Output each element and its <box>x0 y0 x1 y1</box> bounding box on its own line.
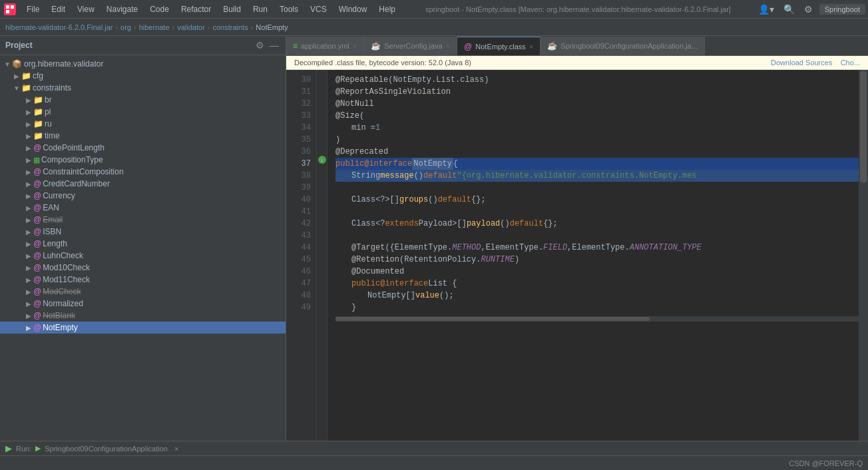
menu-window[interactable]: Window <box>333 3 373 15</box>
cpl-label: CodePointLength <box>43 143 105 152</box>
close-notempty-icon[interactable]: × <box>529 43 533 51</box>
tree-mod10check[interactable]: ▶ @ Mod10Check <box>0 262 286 274</box>
tab-label-notempty: NotEmpty.class <box>475 43 526 51</box>
close-yml-icon[interactable]: × <box>353 42 357 50</box>
tab-serverconfig[interactable]: ☕ ServerConfig.java × <box>364 37 457 55</box>
menu-file[interactable]: File <box>21 3 45 15</box>
tree-length[interactable]: ▶ @ Length <box>0 238 286 250</box>
cpl-arrow: ▶ <box>24 144 33 152</box>
tree-currency[interactable]: ▶ @ Currency <box>0 190 286 202</box>
menu-vcs[interactable]: VCS <box>305 3 332 15</box>
lc-label: LuhnCheck <box>43 251 83 260</box>
cur-arrow: ▶ <box>24 192 33 200</box>
linenum-38: 38 <box>286 170 316 182</box>
java-icon-2: ☕ <box>547 41 557 51</box>
tree-modcheck[interactable]: ▶ @ ModCheck <box>0 286 286 298</box>
tree-mod11check[interactable]: ▶ @ Mod11Check <box>0 274 286 286</box>
run-app-name[interactable]: Springboot09ConfigurationApplication <box>45 445 168 453</box>
tree-normalized[interactable]: ▶ @ Normalized <box>0 298 286 310</box>
run-icon: ▶ <box>5 443 12 453</box>
code-content[interactable]: @Repeatable(NotEmpty.List.class) @Report… <box>327 70 859 441</box>
tree-ru[interactable]: ▶ 📁 ru <box>0 118 286 130</box>
m11-label: Mod11Check <box>43 275 90 284</box>
menu-build[interactable]: Build <box>218 3 246 15</box>
java-icon-1: ☕ <box>371 41 381 51</box>
tab-application-yml[interactable]: ≡ application.yml × <box>286 37 364 55</box>
sidebar-settings-icon[interactable]: ⚙ <box>254 39 266 52</box>
settings-icon[interactable]: ⚙ <box>801 3 815 16</box>
choose-sources-link[interactable]: Cho... <box>841 59 860 67</box>
tree-constraintcomposition[interactable]: ▶ @ ConstraintComposition <box>0 166 286 178</box>
tree-cfg[interactable]: ▶ 📁 cfg <box>0 70 286 82</box>
svg-rect-0 <box>4 3 16 15</box>
cur-icon: @ <box>33 191 41 200</box>
tree-pl[interactable]: ▶ 📁 pl <box>0 106 286 118</box>
tab-springboot-app[interactable]: ☕ Springboot09ConfigurationApplication.j… <box>541 37 704 55</box>
norm-arrow: ▶ <box>24 300 33 308</box>
impl-gutter-icon[interactable]: ↓ <box>318 156 326 164</box>
tree-br[interactable]: ▶ 📁 br <box>0 94 286 106</box>
br-arrow: ▶ <box>24 97 33 104</box>
yaml-icon: ≡ <box>293 41 298 51</box>
isbn-icon: @ <box>33 227 41 236</box>
breadcrumb-org[interactable]: org <box>120 23 131 31</box>
ru-folder-icon: 📁 <box>33 119 43 128</box>
len-label: Length <box>43 239 67 248</box>
tree-root[interactable]: ▼ 📦 org.hibernate.validator <box>0 58 286 70</box>
tree-creditcardnumber[interactable]: ▶ @ CreditCardNumber <box>0 178 286 190</box>
breadcrumb-jar[interactable]: hibernate-validator-6.2.0.Final.jar <box>5 23 112 31</box>
menu-refactor[interactable]: Refactor <box>176 3 216 15</box>
tree-luhncheck[interactable]: ▶ @ LuhnCheck <box>0 250 286 262</box>
tab-label-serverconfig: ServerConfig.java <box>384 42 442 50</box>
menu-edit[interactable]: Edit <box>46 3 71 15</box>
tree-email[interactable]: ▶ @ Email <box>0 214 286 226</box>
run-bar: ▶ Run: ▶ Springboot09ConfigurationApplic… <box>0 441 868 455</box>
breadcrumb-hibernate[interactable]: hibernate <box>139 23 170 31</box>
breadcrumb-constraints[interactable]: constraints <box>212 23 248 31</box>
tree-time[interactable]: ▶ 📁 time <box>0 130 286 142</box>
vscroll-thumb[interactable] <box>860 71 867 182</box>
hscroll-thumb[interactable] <box>335 317 650 321</box>
tabs: ≡ application.yml × ☕ ServerConfig.java … <box>286 36 868 56</box>
vertical-scrollbar[interactable] <box>859 70 868 441</box>
ne-arrow: ▶ <box>24 324 33 332</box>
code-editor: 30 31 32 33 34 35 36 37 38 39 40 41 42 4… <box>286 70 868 441</box>
search-everywhere-icon[interactable]: 🔍 <box>781 3 797 16</box>
tab-notempty[interactable]: @ NotEmpty.class × <box>457 37 541 55</box>
window-title: springboot - NotEmpty.class [Maven: org.… <box>402 5 754 13</box>
linenum-42: 42 <box>286 218 316 230</box>
linenum-44: 44 <box>286 242 316 254</box>
tree-isbn[interactable]: ▶ @ ISBN <box>0 226 286 238</box>
download-sources-link[interactable]: Download Sources <box>771 59 832 67</box>
springboot-badge[interactable]: Springboot <box>819 4 865 15</box>
menu-navigate[interactable]: Navigate <box>101 3 143 15</box>
sidebar-header: Project ⚙ — <box>0 36 286 55</box>
tree-codepointlength[interactable]: ▶ @ CodePointLength <box>0 142 286 154</box>
menu-run[interactable]: Run <box>248 3 273 15</box>
run-close-icon[interactable]: × <box>174 445 178 453</box>
close-serverconfig-icon[interactable]: × <box>446 42 450 50</box>
ean-label: EAN <box>43 203 59 212</box>
code-line-48: NotEmpty[] value(); <box>335 290 859 302</box>
ccn-icon: @ <box>33 179 41 188</box>
linenum-32: 32 <box>286 98 316 110</box>
code-line-41 <box>335 206 859 218</box>
menu-code[interactable]: Code <box>144 3 174 15</box>
user-icon[interactable]: 👤▾ <box>756 3 777 16</box>
tree-constraints[interactable]: ▼ 📁 constraints <box>0 82 286 94</box>
menu-tools[interactable]: Tools <box>274 3 304 15</box>
breadcrumb-validator[interactable]: validator <box>177 23 205 31</box>
code-line-43 <box>335 230 859 242</box>
mc-icon: @ <box>33 287 41 296</box>
horizontal-scrollbar[interactable] <box>335 316 859 322</box>
tree-notblank[interactable]: ▶ @ NotBlank <box>0 310 286 322</box>
tree-ean[interactable]: ▶ @ EAN <box>0 202 286 214</box>
root-arrow: ▼ <box>3 61 12 68</box>
status-bar: CSDN @FOREVER-Q <box>0 455 868 470</box>
menu-view[interactable]: View <box>72 3 100 15</box>
norm-icon: @ <box>33 299 41 308</box>
tree-compositiontype[interactable]: ▶ ▦ CompositionType <box>0 154 286 166</box>
menu-help[interactable]: Help <box>373 3 401 15</box>
tree-notempty[interactable]: ▶ @ NotEmpty <box>0 322 286 334</box>
sidebar-collapse-icon[interactable]: — <box>268 39 280 52</box>
